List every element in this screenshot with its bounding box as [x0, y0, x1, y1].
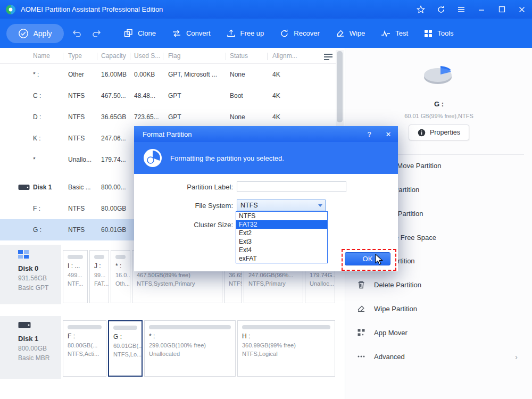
cell-status: None [230, 113, 245, 121]
disk1-size: 800.00GB [18, 345, 61, 352]
convert-button[interactable]: Convert [164, 23, 219, 43]
partition-pie-chart [422, 62, 456, 87]
column-header-used[interactable]: Used S... [134, 52, 160, 60]
apply-button[interactable]: Apply [6, 24, 64, 43]
partition-box-i[interactable]: I : ... 499... NTF... [63, 250, 88, 303]
disk1-icon [18, 321, 31, 329]
column-header-capacity[interactable]: Capacity [101, 52, 126, 60]
column-header-flag[interactable]: Flag [168, 52, 180, 60]
cluster-size-label: Cluster Size: [134, 221, 233, 229]
clone-icon [124, 29, 133, 38]
partition-fs: NTFS,Acti... [68, 351, 106, 357]
chevron-down-icon [318, 204, 322, 207]
properties-button[interactable]: Properties [409, 124, 469, 140]
menu-label: Delete Partition [374, 281, 421, 289]
menu-wipe-partition[interactable]: Wipe Partition [345, 299, 532, 318]
menu-app-mover[interactable]: App Mover [345, 323, 532, 342]
partition-size: 247.06GB(99%... [248, 272, 303, 278]
wipe-button[interactable]: Wipe [328, 23, 373, 43]
recover-button[interactable]: Recover [272, 23, 327, 43]
app-window: AOMEI Partition Assistant Professional E… [0, 0, 532, 399]
column-header-type[interactable]: Type [68, 52, 82, 60]
test-button[interactable]: Test [373, 23, 416, 43]
partition-name: J : [94, 262, 109, 270]
click-target-highlight [342, 249, 396, 271]
option-ext3[interactable]: Ext3 [236, 237, 327, 246]
dialog-titlebar: Format Partition ? ✕ [134, 126, 398, 142]
option-ext2[interactable]: Ext2 [236, 229, 327, 237]
cell-name: Disk 1 [33, 184, 52, 191]
cell-used: 723.65... [134, 113, 159, 121]
column-settings-icon[interactable] [322, 52, 334, 62]
minimize-button[interactable] [471, 0, 492, 19]
favorite-star-icon[interactable] [411, 0, 431, 19]
properties-label: Properties [430, 129, 460, 136]
partition-box-unallocated[interactable]: * : 299.00GB(100% free) Unallocated [144, 320, 236, 377]
redo-button[interactable] [89, 26, 104, 41]
check-circle-icon [18, 28, 29, 39]
menu-delete-partition[interactable]: Delete Partition [345, 275, 532, 294]
partition-box-j[interactable]: J : 99... FAT... [89, 250, 109, 303]
free-up-icon [227, 29, 236, 38]
partition-box-g-selected[interactable]: G : 60.01GB(... NTFS,Lo... [108, 320, 143, 377]
disk0-info[interactable]: Disk 0 931.56GB Basic GPT [0, 245, 61, 304]
partition-name: * : [115, 262, 130, 270]
close-button[interactable] [512, 0, 532, 19]
scrollbar-thumb[interactable] [337, 51, 343, 122]
usage-bar [149, 325, 231, 329]
toolbar-actions: Clone Convert Free up Recover Wipe Test [116, 23, 462, 43]
cell-align: 4K [272, 71, 280, 78]
maximize-button[interactable] [492, 0, 512, 19]
partition-label-label: Partition Label: [134, 183, 233, 191]
undo-button[interactable] [69, 26, 84, 41]
tools-label: Tools [437, 29, 453, 37]
table-header: Name Type Capacity Used S... Flag Status… [0, 50, 336, 64]
file-system-dropdown-list: NTFS FAT32 Ext2 Ext3 Ext4 exFAT [236, 211, 328, 263]
table-row[interactable]: C : NTFS 467.50... 48.48... GPT Boot 4K [0, 85, 336, 106]
partition-fs: FAT... [94, 280, 109, 287]
tools-button[interactable]: Tools [416, 23, 461, 43]
convert-icon [172, 29, 181, 38]
option-fat32-highlighted[interactable]: FAT32 [236, 220, 327, 229]
partition-box-reserved[interactable]: * : 16.0... Oth... [111, 250, 130, 303]
table-row[interactable]: * : Other 16.00MB 0.00KB GPT, Microsoft … [0, 64, 336, 85]
cell-name: K : [33, 135, 41, 142]
usage-bar [94, 255, 104, 259]
tools-icon [424, 29, 433, 38]
partition-box-h[interactable]: H : 360.99GB(99% free) NTFS,Logical [237, 320, 335, 377]
test-label: Test [395, 29, 408, 37]
clone-button[interactable]: Clone [116, 23, 164, 43]
menu-advanced[interactable]: Advanced › [345, 347, 532, 366]
option-ext4[interactable]: Ext4 [236, 246, 327, 254]
column-header-alignment[interactable]: Alignm... [272, 52, 297, 60]
option-ntfs[interactable]: NTFS [236, 212, 327, 220]
dialog-help-button[interactable]: ? [360, 126, 379, 142]
menu-label: Wipe Partition [374, 305, 417, 313]
menu-label: App Mover [374, 329, 408, 337]
dialog-banner: Formatting the partition you selected. [134, 142, 398, 174]
cell-used: 0.00KB [134, 71, 155, 78]
cell-capacity: 80.00GB [101, 205, 126, 212]
eraser-icon [357, 304, 365, 313]
cell-type: NTFS [68, 135, 85, 142]
partition-label-input[interactable] [237, 181, 346, 192]
header-separator [63, 53, 63, 60]
column-header-status[interactable]: Status [230, 52, 248, 60]
selected-partition-name: G : [345, 100, 532, 108]
file-system-select[interactable]: NTFS [237, 200, 326, 211]
update-sync-icon[interactable] [431, 0, 451, 19]
disk1-info[interactable]: Disk 1 800.00GB Basic MBR [0, 316, 61, 379]
table-row[interactable]: D : NTFS 36.65GB 723.65... GPT None 4K [0, 106, 336, 128]
column-header-name[interactable]: Name [33, 52, 50, 60]
option-exfat[interactable]: exFAT [236, 254, 327, 263]
partition-name: * : [149, 332, 235, 340]
menu-icon[interactable] [451, 0, 471, 19]
test-icon [381, 29, 390, 38]
usage-bar [242, 325, 330, 329]
menu-label: Advanced [374, 353, 405, 361]
partition-box-f[interactable]: F : 80.00GB(... NTFS,Acti... [63, 320, 106, 377]
partition-size: 36.65... [229, 272, 242, 278]
free-up-button[interactable]: Free up [219, 23, 272, 43]
dialog-close-button[interactable]: ✕ [379, 126, 398, 142]
window-title: AOMEI Partition Assistant Professional E… [21, 5, 163, 13]
